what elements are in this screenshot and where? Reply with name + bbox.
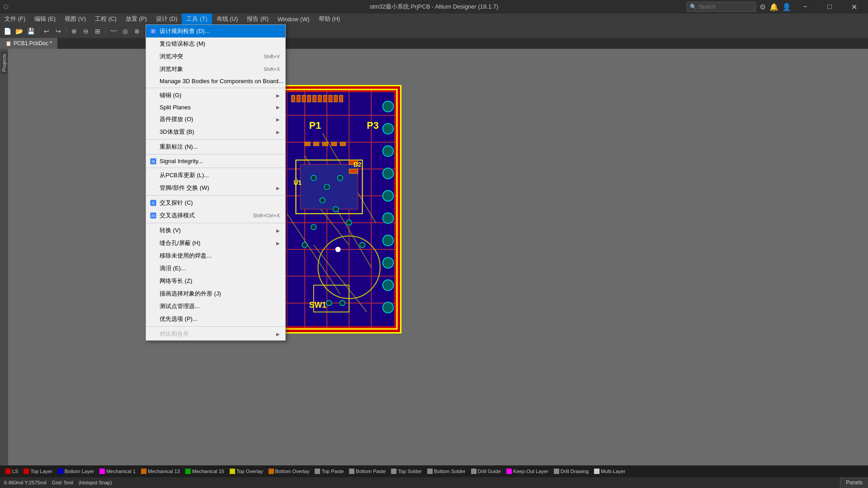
tb-undo[interactable]: ↩ xyxy=(41,26,52,37)
menu-copper[interactable]: 铺铜 (G) ▶ xyxy=(146,89,285,102)
menu-view[interactable]: 视图 (V) xyxy=(60,14,90,24)
drc-icon: D xyxy=(150,28,157,35)
tb-route[interactable]: 〰 xyxy=(108,26,119,37)
tb-open[interactable]: 📂 xyxy=(14,26,24,37)
menu-split-planes[interactable]: Split Planes ▶ xyxy=(146,102,285,113)
browse-conflicts-shortcut: Shift+V xyxy=(264,54,280,59)
notification-icon[interactable]: 🔔 xyxy=(769,3,778,11)
layer-keepout-name: Keep-Out Layer xyxy=(513,469,548,474)
search-box[interactable]: 🔍 xyxy=(687,2,756,12)
layer-mech15-name: Mechanical 15 xyxy=(192,469,224,474)
menu-net-length[interactable]: 网络等长 (Z) xyxy=(146,275,285,287)
separator-7 xyxy=(146,326,285,327)
tb-redo[interactable]: ↪ xyxy=(53,26,64,37)
layer-bottom-overlay-name: Bottom Overlay xyxy=(275,469,310,474)
layer-mech1-name: Mechanical 1 xyxy=(106,469,136,474)
menu-tools[interactable]: 工具 (T) xyxy=(182,14,212,24)
layer-top-paste[interactable]: Top Paste xyxy=(313,467,345,476)
menu-teardrops[interactable]: 滴泪 (E)... xyxy=(146,262,285,275)
svg-point-60 xyxy=(360,242,365,248)
layer-mech1-color xyxy=(99,469,105,474)
tb-save[interactable]: 💾 xyxy=(25,26,36,37)
menu-remove-pads[interactable]: 移除未使用的焊盘... xyxy=(146,249,285,262)
menu-report[interactable]: 报告 (R) xyxy=(242,14,273,24)
pin-swap-label: 管脚/部件 交换 (W) xyxy=(160,184,209,192)
menu-outline[interactable]: 描画选择对象的外形 (J) xyxy=(146,287,285,300)
menu-route[interactable]: 布线 (U) xyxy=(212,14,243,24)
menu-test-point[interactable]: 测试点管理器... xyxy=(146,300,285,313)
tb-pad[interactable]: ◎ xyxy=(120,26,131,37)
svg-rect-70 xyxy=(329,95,332,102)
menu-place[interactable]: 放置 (P) xyxy=(121,14,151,24)
layer-bottom[interactable]: Bottom Layer xyxy=(56,467,96,476)
tab-pcb1[interactable]: 📋 PCB1.PcbDoc * xyxy=(0,38,58,49)
layer-top[interactable]: Top Layer xyxy=(22,467,54,476)
close-button[interactable]: ✕ xyxy=(844,0,864,14)
menu-window[interactable]: Window (W) xyxy=(273,14,314,24)
layer-bottom-paste[interactable]: Bottom Paste xyxy=(347,467,387,476)
menu-stitching[interactable]: 缝合孔/屏蔽 (H) ▶ xyxy=(146,237,285,249)
minimize-button[interactable]: − xyxy=(795,0,816,14)
layer-ls[interactable]: LS xyxy=(4,467,20,476)
tb-zoom-out[interactable]: ⊖ xyxy=(80,26,91,37)
separator-4 xyxy=(146,168,285,168)
layer-multi[interactable]: Multi-Layer xyxy=(592,467,627,476)
menu-project[interactable]: 工程 (C) xyxy=(90,14,121,24)
svg-point-35 xyxy=(383,213,394,224)
menu-cross-probe[interactable]: X 交叉探针 (C) xyxy=(146,197,285,209)
tb-via[interactable]: ⊗ xyxy=(132,26,142,37)
menu-relabel[interactable]: 重新标注 (N)... xyxy=(146,141,285,153)
pin-swap-arrow: ▶ xyxy=(276,186,280,191)
menu-pin-swap[interactable]: 管脚/部件 交换 (W) ▶ xyxy=(146,182,285,194)
panels-button[interactable]: Panels xyxy=(840,477,868,488)
menu-edit[interactable]: 编辑 (E) xyxy=(30,14,60,24)
menu-design[interactable]: 设计 (D) xyxy=(151,14,182,24)
menu-bar: 文件 (F) 编辑 (E) 视图 (V) 工程 (C) 放置 (P) 设计 (D… xyxy=(0,14,868,24)
svg-point-38 xyxy=(383,280,394,291)
update-from-pcb-label: 从PCB库更新 (L)... xyxy=(160,171,209,179)
user-icon[interactable]: 👤 xyxy=(782,3,791,11)
layer-keepout[interactable]: Keep-Out Layer xyxy=(505,467,550,476)
side-tab-projects[interactable]: Projects xyxy=(0,51,8,75)
layer-drill-drawing[interactable]: Drill Drawing xyxy=(552,467,590,476)
layer-ls-color xyxy=(5,469,11,474)
svg-text:XS: XS xyxy=(151,214,156,217)
menu-signal-integrity[interactable]: SI Signal Integrity... xyxy=(146,155,285,167)
menu-manage-3d[interactable]: Manage 3D Bodies for Components on Board… xyxy=(146,75,285,87)
layer-bottom-solder[interactable]: Bottom Solder xyxy=(425,467,467,476)
menu-convert[interactable]: 转换 (V) ▶ xyxy=(146,224,285,237)
layer-bottom-overlay[interactable]: Bottom Overlay xyxy=(267,467,311,476)
stitching-label: 缝合孔/屏蔽 (H) xyxy=(160,239,200,247)
svg-point-32 xyxy=(383,146,394,157)
layer-mech15-color xyxy=(185,469,191,474)
layer-mech13[interactable]: Mechanical 13 xyxy=(139,467,182,476)
menu-browse-conflicts[interactable]: 浏览冲突 Shift+V xyxy=(146,50,285,63)
tb-zoom-in[interactable]: ⊕ xyxy=(69,26,80,37)
maximize-button[interactable]: □ xyxy=(819,0,840,14)
tb-new[interactable]: 📄 xyxy=(2,26,13,37)
menu-help[interactable]: 帮助 (H) xyxy=(314,14,345,24)
layer-bottom-solder-name: Bottom Solder xyxy=(434,469,466,474)
menu-preferences[interactable]: 优先选项 (P)... xyxy=(146,313,285,325)
tb-fit[interactable]: ⊞ xyxy=(92,26,103,37)
menu-file[interactable]: 文件 (F) xyxy=(0,14,30,24)
separator-3 xyxy=(146,154,285,155)
menu-update-from-pcb[interactable]: 从PCB库更新 (L)... xyxy=(146,169,285,182)
search-input[interactable] xyxy=(698,4,753,10)
menu-3d-body[interactable]: 3D体放置 (B) ▶ xyxy=(146,126,285,138)
layer-top-solder[interactable]: Top Solder xyxy=(389,467,424,476)
layer-drill-guide-name: Drill Guide xyxy=(478,469,501,474)
layer-mech1[interactable]: Mechanical 1 xyxy=(98,467,137,476)
settings-icon[interactable]: ⚙ xyxy=(760,3,766,11)
menu-reset-errors[interactable]: 复位错误标志 (M) xyxy=(146,38,285,50)
menu-browse-objects[interactable]: 浏览对象 Shift+X xyxy=(146,63,285,75)
layer-mech15[interactable]: Mechanical 15 xyxy=(184,467,226,476)
layer-top-overlay[interactable]: Top Overlay xyxy=(228,467,265,476)
layer-drill-guide[interactable]: Drill Guide xyxy=(469,467,503,476)
menu-cross-select[interactable]: XS 交叉选择模式 Shift+Ctrl+X xyxy=(146,209,285,222)
menu-drc[interactable]: D 设计规则检查 (D)... xyxy=(146,25,285,38)
tab-pcb1-icon: 📋 xyxy=(5,41,12,47)
convert-arrow: ▶ xyxy=(276,228,280,233)
menu-component-placement[interactable]: 器件摆放 (O) ▶ xyxy=(146,113,285,126)
tb-sep2 xyxy=(66,27,66,36)
